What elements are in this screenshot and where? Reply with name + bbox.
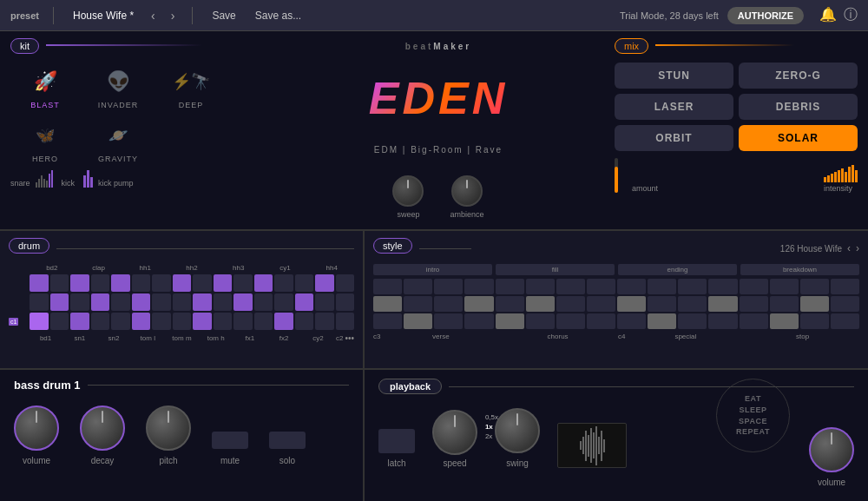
- sc-3-4[interactable]: [464, 313, 493, 329]
- drum-cell-3-11[interactable]: [233, 313, 253, 330]
- sc-1-6[interactable]: [526, 279, 555, 294]
- mix-laser-button[interactable]: LASER: [615, 94, 733, 120]
- drum-cell-2-15[interactable]: [315, 293, 334, 311]
- mix-solar-button[interactable]: SOLAR: [739, 125, 858, 151]
- drum-cell-3-7[interactable]: [152, 313, 171, 330]
- drum-cell-3-12[interactable]: [254, 313, 273, 330]
- bd-solo-button[interactable]: [269, 432, 306, 449]
- drum-cell-3-16[interactable]: [336, 313, 355, 330]
- drum-cell-3-9[interactable]: [193, 313, 212, 330]
- sc-1-14[interactable]: [770, 279, 799, 294]
- drum-cell-1-5[interactable]: [111, 274, 130, 292]
- drum-cell-1-15[interactable]: [315, 274, 334, 292]
- sc-2-13[interactable]: [740, 296, 768, 312]
- sc-3-7[interactable]: [556, 313, 585, 329]
- preset-next-button[interactable]: ›: [168, 7, 179, 24]
- mix-debris-button[interactable]: DEBRIS: [739, 94, 858, 120]
- sc-3-5[interactable]: [496, 313, 524, 329]
- latch-button[interactable]: [378, 429, 415, 453]
- save-as-button[interactable]: Save as...: [250, 8, 306, 23]
- drum-cell-2-6[interactable]: [132, 293, 151, 311]
- sc-1-2[interactable]: [404, 279, 432, 294]
- sc-3-9[interactable]: [617, 313, 646, 329]
- drum-cell-2-9[interactable]: [193, 293, 212, 311]
- save-button[interactable]: Save: [207, 8, 240, 23]
- drum-cell-3-8[interactable]: [173, 313, 192, 330]
- sc-2-1[interactable]: [373, 296, 402, 312]
- drum-cell-3-6[interactable]: [132, 313, 151, 330]
- sc-1-8[interactable]: [587, 279, 615, 294]
- sc-3-11[interactable]: [678, 313, 707, 329]
- sc-3-12[interactable]: [708, 313, 737, 329]
- sc-1-11[interactable]: [678, 279, 707, 294]
- drum-cell-2-2[interactable]: [50, 293, 69, 311]
- swing-knob[interactable]: [495, 408, 540, 453]
- sc-2-6[interactable]: [526, 296, 555, 312]
- bd-pitch-knob[interactable]: [146, 405, 191, 451]
- drum-cell-2-5[interactable]: [111, 293, 130, 311]
- sc-3-2[interactable]: [404, 313, 432, 329]
- sc-1-15[interactable]: [800, 279, 829, 294]
- sc-2-5[interactable]: [496, 296, 524, 312]
- sc-2-8[interactable]: [587, 296, 615, 312]
- kit-item-deep[interactable]: ⚡🔭 DEEP: [156, 63, 226, 109]
- bd-volume-knob[interactable]: [14, 405, 59, 451]
- ambience-knob[interactable]: [451, 175, 483, 207]
- sc-1-3[interactable]: [434, 279, 463, 294]
- sc-2-2[interactable]: [404, 296, 432, 312]
- sc-3-6[interactable]: [526, 313, 555, 329]
- drum-cell-2-11[interactable]: [233, 293, 253, 311]
- kit-item-gravity[interactable]: 🪐 GRAVITY: [83, 116, 153, 163]
- drum-more-button[interactable]: •••: [345, 333, 354, 343]
- speed-knob[interactable]: [432, 410, 477, 455]
- drum-cell-1-2[interactable]: [50, 274, 69, 292]
- sc-1-10[interactable]: [648, 279, 676, 294]
- sweep-knob[interactable]: [392, 175, 424, 207]
- drum-cell-3-4[interactable]: [91, 313, 110, 330]
- sc-2-3[interactable]: [434, 296, 463, 312]
- sc-1-13[interactable]: [740, 279, 768, 294]
- sc-3-14[interactable]: [770, 313, 799, 329]
- sc-2-15[interactable]: [800, 296, 829, 312]
- sc-1-16[interactable]: [831, 279, 859, 294]
- sc-1-5[interactable]: [496, 279, 524, 294]
- drum-cell-3-15[interactable]: [315, 313, 334, 330]
- drum-cell-3-13[interactable]: [274, 313, 293, 330]
- sc-1-4[interactable]: [464, 279, 493, 294]
- bd-mute-button[interactable]: [212, 432, 248, 449]
- drum-cell-2-14[interactable]: [295, 293, 314, 311]
- sc-2-10[interactable]: [648, 296, 676, 312]
- sc-3-1[interactable]: [373, 313, 402, 329]
- drum-cell-2-7[interactable]: [152, 293, 171, 311]
- sc-1-7[interactable]: [556, 279, 585, 294]
- drum-cell-3-5[interactable]: [111, 313, 130, 330]
- sc-3-15[interactable]: [800, 313, 829, 329]
- drum-cell-1-12[interactable]: [254, 274, 273, 292]
- sc-3-16[interactable]: [831, 313, 859, 329]
- mix-stun-button[interactable]: STUN: [615, 63, 733, 89]
- sc-2-7[interactable]: [556, 296, 585, 312]
- drum-cell-2-4[interactable]: [91, 293, 110, 311]
- drum-cell-2-8[interactable]: [173, 293, 192, 311]
- sc-2-4[interactable]: [464, 296, 493, 312]
- sc-3-10[interactable]: [648, 313, 676, 329]
- bd-decay-knob[interactable]: [80, 405, 125, 451]
- sc-1-9[interactable]: [617, 279, 646, 294]
- drum-cell-1-11[interactable]: [233, 274, 253, 292]
- sc-1-1[interactable]: [373, 279, 402, 294]
- kit-item-hero[interactable]: 🦋 HERO: [10, 116, 80, 163]
- style-next-button[interactable]: ›: [856, 242, 859, 254]
- sc-2-11[interactable]: [678, 296, 707, 312]
- drum-cell-2-12[interactable]: [254, 293, 273, 311]
- drum-cell-2-1[interactable]: [30, 293, 49, 311]
- drum-cell-1-6[interactable]: [132, 274, 151, 292]
- drum-cell-2-10[interactable]: [214, 293, 233, 311]
- drum-cell-3-2[interactable]: [50, 313, 69, 330]
- drum-cell-1-13[interactable]: [274, 274, 293, 292]
- mix-zerog-button[interactable]: ZERO-G: [739, 63, 858, 89]
- authorize-button[interactable]: AUTHORIZE: [727, 7, 804, 24]
- preset-prev-button[interactable]: ‹: [148, 7, 159, 24]
- drum-cell-1-9[interactable]: [193, 274, 212, 292]
- bell-icon[interactable]: 🔔: [819, 6, 837, 24]
- drum-cell-2-3[interactable]: [70, 293, 89, 311]
